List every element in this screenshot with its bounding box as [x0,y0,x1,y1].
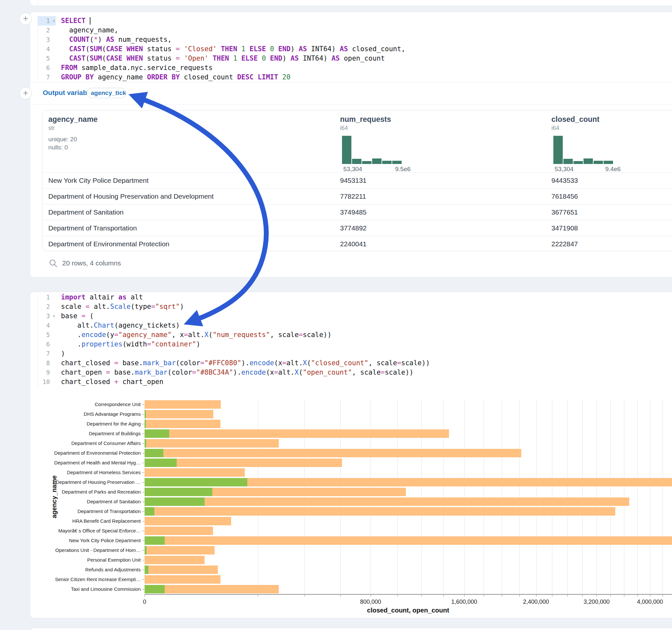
sql-code-editor[interactable]: 1∨SELECT 2 agency_name,3 COUNT(*) AS num… [38,16,653,82]
y-tick-label: Department of Consumer Affairs [0,440,141,446]
column-type: str [48,125,55,131]
code-line[interactable]: 8chart_closed = base.mark_bar(color="#FF… [38,358,653,368]
line-number: 3 [38,35,56,44]
code-text: GROUP BY agency_name ORDER BY closed_cou… [56,73,290,82]
table-row[interactable]: Department of Sanitation37494853677651 [43,204,672,220]
code-line[interactable]: 3∨base = ( [38,311,653,321]
code-text: chart_closed = base.mark_bar(color="#FFC… [56,358,430,368]
y-tick [142,424,144,424]
table-row[interactable]: Department of Environmental Protection22… [43,236,672,251]
bar-closed_count [145,449,521,457]
gridline [663,399,663,594]
python-code-editor[interactable]: 1import altair as alt2scale = alt.Scale(… [38,293,653,387]
code-line[interactable]: 5 CAST(SUM(CASE WHEN status = 'Open' THE… [38,54,653,63]
code-line[interactable]: 10chart_closed + chart_open [38,377,653,387]
line-number: 5 [38,330,56,340]
line-number: 5 [38,54,56,63]
bar-closed_count [145,565,218,574]
line-number: 8 [38,358,56,368]
bar-open_count [145,420,146,428]
code-line[interactable]: 7) [38,349,653,358]
y-tick [142,531,144,531]
y-tick-label: Operations Unit - Department of Hom… [0,547,141,553]
gridline [597,399,597,594]
code-line[interactable]: 5 .encode(y="agency_name", x=alt.X("num_… [38,330,653,340]
code-line[interactable]: 2scale = alt.Scale(type="sqrt") [38,302,653,311]
y-tick-label: Taxi and Limousine Commission [0,586,141,592]
y-tick [142,589,144,589]
histogram-min-label: 53,304 [343,166,362,173]
code-text: FROM sample_data.nyc.service_requests [56,63,213,73]
bar-open_count [145,429,169,438]
code-line[interactable]: 6 .properties(width="container") [38,340,653,349]
code-line[interactable]: 7GROUP BY agency_name ORDER BY closed_co… [38,73,653,82]
notebook-page: + + 1∨SELECT 2 agency_name,3 COUNT(*) AS… [0,0,672,630]
code-text: chart_open = base.mark_bar(color="#8BC34… [56,368,413,377]
code-line[interactable]: 2 agency_name, [38,26,653,35]
histogram-bar [594,161,603,164]
histogram-bar [382,161,391,164]
table-cell: Department of Environmental Protection [48,240,170,248]
table-cell: 2240041 [340,240,367,248]
table-cell: 3774892 [340,224,367,232]
table-row[interactable]: Department of Transportation377489234719… [43,220,672,236]
plus-icon: + [23,88,28,98]
gridline [443,399,444,594]
code-line[interactable]: 9chart_open = base.mark_bar(color="#8BC3… [38,368,653,377]
next-cell-edge [30,628,672,630]
fold-chevron-icon[interactable]: ∨ [53,16,55,26]
bar-closed_count [145,536,672,545]
code-line[interactable]: 1∨SELECT [38,16,653,26]
gridline [398,399,398,594]
bar-closed_count [145,575,220,584]
gutter-divider [38,0,38,6]
y-tick [142,463,144,463]
y-tick [142,540,144,541]
bar-closed_count [145,556,205,564]
bar-open_count [145,585,165,593]
gridline [637,399,638,594]
y-tick-label: Mayorâ€ s Office of Special Enforce… [0,528,141,534]
y-tick [142,579,144,580]
column-type: i64 [340,125,348,131]
add-cell-button-top[interactable]: + [20,13,32,25]
y-tick [142,550,144,551]
code-line[interactable]: 4 CAST(SUM(CASE WHEN status = 'Closed' T… [38,44,653,54]
y-tick-label: Department for the Aging [0,421,141,427]
y-tick [142,434,144,434]
output-variable-name: agency_tickets [87,88,126,97]
code-line[interactable]: 3 COUNT(*) AS num_requests, [38,35,653,44]
x-tick-label: 2,400,000 [523,599,549,605]
cell-section-divider [30,82,672,82]
column-histogram [553,136,613,164]
line-number: 3∨ [38,311,56,321]
x-tick-label: 0 [143,599,146,605]
gridline [610,399,611,594]
code-line[interactable]: 4 alt.Chart(agency_tickets) [38,321,653,330]
gridline [567,399,568,594]
output-variable-pill[interactable]: agency_tickets [87,88,126,98]
y-tick-label: Senior Citizen Rent Increase Exempti… [0,577,141,582]
y-tick-label: New York City Police Department [0,538,141,543]
code-line[interactable]: 6FROM sample_data.nyc.service_requests [38,63,653,73]
y-tick [142,472,144,473]
bar-open_count [145,459,177,467]
x-tick-label: 3,200,000 [583,599,609,605]
search-icon[interactable] [49,259,58,268]
gridline [258,399,258,594]
bar-open_count [145,410,146,418]
column-name: num_requests [340,115,391,124]
column-name: agency_name [48,115,98,124]
add-cell-button-between[interactable]: + [20,87,32,99]
cell-section-divider [30,104,672,105]
bar-open_count [145,478,247,486]
gridline [340,399,341,594]
bar-closed_count [145,546,215,555]
table-row[interactable]: New York City Police Department945313194… [43,172,672,188]
fold-chevron-icon[interactable]: ∨ [53,311,55,321]
y-tick-label: Department of Homeless Services [0,469,141,476]
table-row[interactable]: Department of Housing Preservation and D… [43,188,672,204]
code-line[interactable]: 1import altair as alt [38,293,653,302]
table-shape-summary: 20 rows, 4 columns [62,259,121,267]
bar-closed_count [145,429,449,438]
